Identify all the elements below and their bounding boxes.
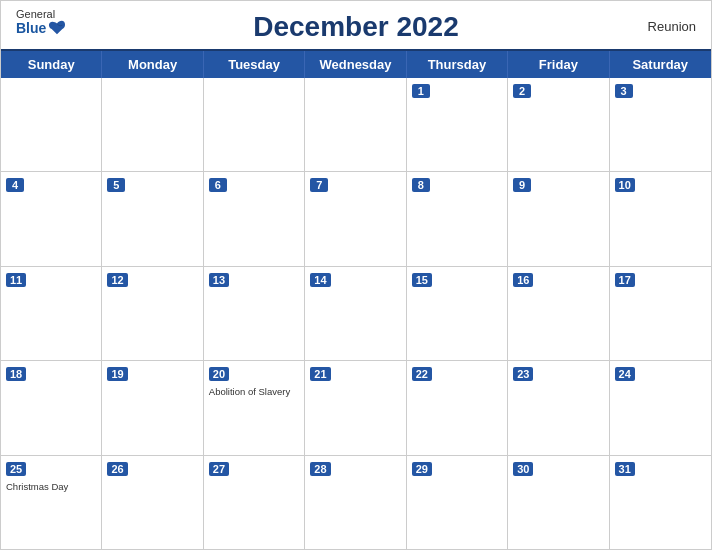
week-row-4: 181920Abolition of Slavery21222324 — [1, 361, 711, 455]
day-number: 29 — [412, 462, 432, 476]
table-row: 19 — [102, 361, 203, 454]
table-row: 23 — [508, 361, 609, 454]
day-number: 28 — [310, 462, 330, 476]
day-number: 15 — [412, 273, 432, 287]
event-label: Abolition of Slavery — [209, 386, 299, 398]
table-row: 3 — [610, 78, 711, 171]
day-number: 22 — [412, 367, 432, 381]
table-row: 4 — [1, 172, 102, 265]
table-row: 26 — [102, 456, 203, 549]
day-number: 21 — [310, 367, 330, 381]
table-row — [204, 78, 305, 171]
calendar-grid: Sunday Monday Tuesday Wednesday Thursday… — [1, 49, 711, 549]
day-number: 14 — [310, 273, 330, 287]
table-row: 30 — [508, 456, 609, 549]
table-row: 15 — [407, 267, 508, 360]
table-row: 21 — [305, 361, 406, 454]
table-row: 11 — [1, 267, 102, 360]
table-row: 14 — [305, 267, 406, 360]
week-row-3: 11121314151617 — [1, 267, 711, 361]
day-number: 25 — [6, 462, 26, 476]
header-sunday: Sunday — [1, 51, 102, 78]
day-number: 13 — [209, 273, 229, 287]
day-number: 17 — [615, 273, 635, 287]
day-number: 9 — [513, 178, 531, 192]
table-row: 6 — [204, 172, 305, 265]
event-label: Christmas Day — [6, 481, 96, 493]
header-thursday: Thursday — [407, 51, 508, 78]
day-number: 16 — [513, 273, 533, 287]
table-row: 12 — [102, 267, 203, 360]
day-number: 1 — [412, 84, 430, 98]
logo-blue-text: Blue — [16, 20, 66, 36]
day-number: 6 — [209, 178, 227, 192]
header-tuesday: Tuesday — [204, 51, 305, 78]
table-row: 1 — [407, 78, 508, 171]
day-number: 4 — [6, 178, 24, 192]
day-number: 5 — [107, 178, 125, 192]
table-row: 31 — [610, 456, 711, 549]
table-row: 5 — [102, 172, 203, 265]
day-number: 23 — [513, 367, 533, 381]
day-number: 3 — [615, 84, 633, 98]
day-number: 2 — [513, 84, 531, 98]
week-row-2: 45678910 — [1, 172, 711, 266]
header-wednesday: Wednesday — [305, 51, 406, 78]
week-row-5: 25Christmas Day262728293031 — [1, 456, 711, 549]
day-number: 19 — [107, 367, 127, 381]
table-row: 2 — [508, 78, 609, 171]
day-number: 31 — [615, 462, 635, 476]
table-row: 29 — [407, 456, 508, 549]
table-row: 8 — [407, 172, 508, 265]
region-label: Reunion — [648, 19, 696, 34]
table-row — [305, 78, 406, 171]
day-headers-row: Sunday Monday Tuesday Wednesday Thursday… — [1, 51, 711, 78]
day-number: 7 — [310, 178, 328, 192]
table-row: 7 — [305, 172, 406, 265]
calendar-header: General Blue December 2022 Reunion — [1, 1, 711, 49]
table-row: 13 — [204, 267, 305, 360]
calendar: General Blue December 2022 Reunion Sunda… — [0, 0, 712, 550]
day-number: 30 — [513, 462, 533, 476]
header-saturday: Saturday — [610, 51, 711, 78]
week-row-1: 123 — [1, 78, 711, 172]
table-row — [102, 78, 203, 171]
day-number: 18 — [6, 367, 26, 381]
day-number: 8 — [412, 178, 430, 192]
table-row: 18 — [1, 361, 102, 454]
day-number: 20 — [209, 367, 229, 381]
table-row: 24 — [610, 361, 711, 454]
day-number: 26 — [107, 462, 127, 476]
logo-general-text: General — [16, 9, 55, 20]
logo-bird-icon — [48, 20, 66, 36]
table-row: 27 — [204, 456, 305, 549]
day-number: 24 — [615, 367, 635, 381]
day-number: 11 — [6, 273, 26, 287]
day-number: 10 — [615, 178, 635, 192]
header-monday: Monday — [102, 51, 203, 78]
table-row: 22 — [407, 361, 508, 454]
header-friday: Friday — [508, 51, 609, 78]
day-number: 12 — [107, 273, 127, 287]
table-row: 25Christmas Day — [1, 456, 102, 549]
table-row: 28 — [305, 456, 406, 549]
table-row: 20Abolition of Slavery — [204, 361, 305, 454]
table-row: 17 — [610, 267, 711, 360]
table-row: 9 — [508, 172, 609, 265]
logo: General Blue — [16, 9, 66, 36]
calendar-title: December 2022 — [253, 11, 458, 43]
weeks-container: 1234567891011121314151617181920Abolition… — [1, 78, 711, 549]
table-row — [1, 78, 102, 171]
day-number: 27 — [209, 462, 229, 476]
table-row: 10 — [610, 172, 711, 265]
table-row: 16 — [508, 267, 609, 360]
